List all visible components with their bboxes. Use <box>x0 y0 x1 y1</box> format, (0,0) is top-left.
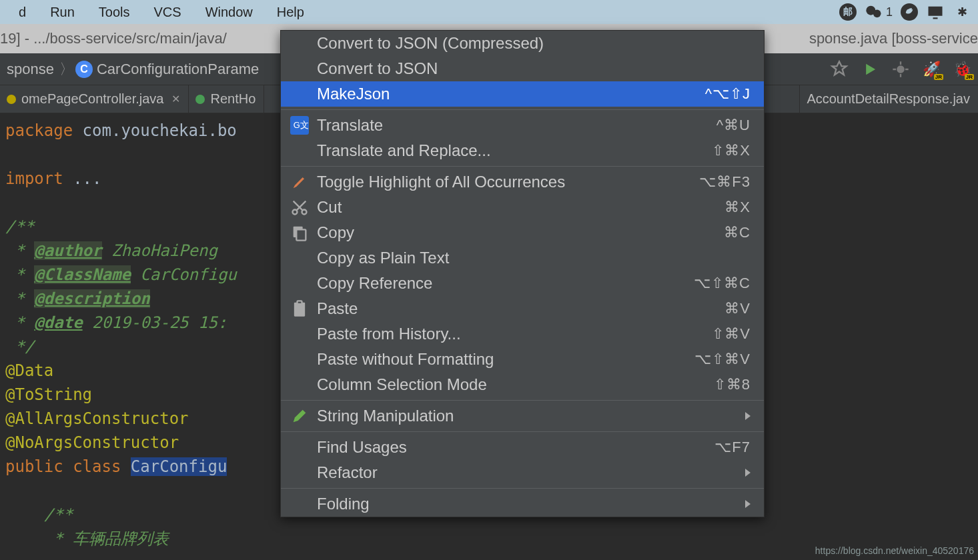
translate-icon: G文 <box>290 116 309 135</box>
context-menu-item[interactable]: G文Translate^⌘U <box>281 113 764 138</box>
menu-separator <box>281 400 764 401</box>
context-menu-item[interactable]: MakeJson^⌥⇧J <box>281 81 764 107</box>
editor-tab[interactable]: RentHo <box>189 85 264 113</box>
code-keyword: public <box>5 457 63 476</box>
menu-item-label: Copy <box>317 223 724 242</box>
system-menubar: d Run Tools VCS Window Help 邮 1 ✱ <box>0 0 978 24</box>
menu-item[interactable]: d <box>7 2 38 23</box>
mail-tray-icon[interactable]: 邮 <box>839 3 857 21</box>
javadoc: * <box>5 265 34 284</box>
javadoc: */ <box>5 337 34 356</box>
javadoc: * 车辆品牌列表 <box>44 529 169 548</box>
menu-separator <box>281 431 764 432</box>
build-icon[interactable] <box>830 60 849 79</box>
breadcrumb-class[interactable]: CarConfigurationParame <box>97 61 263 78</box>
file-modified-icon <box>7 95 16 104</box>
pencil-icon <box>290 407 309 425</box>
asterisk-tray-icon[interactable]: ✱ <box>953 3 971 21</box>
code-keyword: class <box>73 457 121 476</box>
menu-item-shortcut: ⌥⌘F3 <box>699 173 751 191</box>
window-title-right: sponse.java [boss-service <box>809 30 978 47</box>
interface-file-icon <box>195 95 205 104</box>
svg-rect-10 <box>298 301 302 304</box>
javadoc: * <box>5 289 34 308</box>
breadcrumb-segment[interactable]: sponse <box>7 61 58 78</box>
javadoc: /** <box>5 217 34 236</box>
javadoc: 2019-03-25 15: <box>83 313 227 332</box>
annotation: @ToString <box>5 385 92 404</box>
context-menu-item[interactable]: Copy as Plain Text <box>281 245 764 271</box>
cut-icon <box>290 198 309 217</box>
tab-label: AccountDetailResponse.jav <box>807 91 970 107</box>
highlighter-icon <box>290 173 309 191</box>
menu-help[interactable]: Help <box>265 2 316 23</box>
monitor-tray-icon[interactable] <box>926 3 945 21</box>
run-icon[interactable] <box>861 60 879 79</box>
close-icon[interactable]: ✕ <box>169 93 180 105</box>
menu-item-label: Copy as Plain Text <box>317 249 751 267</box>
tab-label: RentHo <box>210 91 256 107</box>
wechat-tray-icon[interactable] <box>865 3 883 21</box>
watermark: https://blog.csdn.net/weixin_40520176 <box>815 545 974 556</box>
menu-item-label: Translate <box>317 116 716 135</box>
menu-item-label: Find Usages <box>317 438 714 457</box>
javadoc-tag: @date <box>34 313 82 332</box>
menu-item-shortcut: ⇧⌘V <box>712 325 751 343</box>
context-menu-item[interactable]: Paste⌘V <box>281 296 764 321</box>
menu-item-label: MakeJson <box>317 85 705 103</box>
menu-run[interactable]: Run <box>38 2 87 23</box>
menu-item-label: String Manipulation <box>317 407 745 425</box>
context-menu-item[interactable]: Cut⌘X <box>281 195 764 220</box>
context-menu-item[interactable]: Convert to JSON <box>281 56 764 81</box>
editor-tab[interactable]: omePageController.java ✕ <box>0 85 189 113</box>
javadoc: * <box>5 313 34 332</box>
tray-badge: 1 <box>886 5 893 19</box>
context-menu-item[interactable]: Folding <box>281 491 764 517</box>
menu-item-shortcut: ⇧⌘8 <box>714 376 751 393</box>
class-icon: C <box>75 61 93 78</box>
context-menu-item[interactable]: Paste from History...⇧⌘V <box>281 321 764 347</box>
javadoc: /** <box>44 505 73 524</box>
annotation: @NoArgsConstructor <box>5 433 179 452</box>
menu-item-shortcut: ⌘V <box>724 300 751 317</box>
tab-label: omePageController.java <box>21 91 163 107</box>
annotation: @AllArgsConstructor <box>5 409 189 428</box>
javadoc-tag: @author <box>34 241 101 260</box>
menu-tools[interactable]: Tools <box>87 2 142 23</box>
menu-vcs[interactable]: VCS <box>142 2 193 23</box>
menu-item-shortcut: ^⌥⇧J <box>705 85 751 103</box>
context-menu-item[interactable]: Convert to JSON (Compressed) <box>281 31 764 56</box>
code-keyword: import <box>5 169 63 188</box>
code-text: ... <box>63 169 102 188</box>
context-menu-item[interactable]: Copy Reference⌥⇧⌘C <box>281 271 764 296</box>
context-menu-item[interactable]: Column Selection Mode⇧⌘8 <box>281 372 764 397</box>
copy-icon <box>290 223 309 242</box>
menu-window[interactable]: Window <box>193 2 265 23</box>
menu-item-label: Paste without Formatting <box>317 350 694 369</box>
editor-tab[interactable]: AccountDetailResponse.jav <box>799 85 978 113</box>
context-menu-item[interactable]: Paste without Formatting⌥⇧⌘V <box>281 347 764 372</box>
code-text: com.youchekai.bo <box>73 121 237 140</box>
menu-item-label: Copy Reference <box>317 274 694 293</box>
run-with-coverage-icon[interactable]: 🚀 <box>922 60 941 79</box>
debug-icon[interactable] <box>891 60 910 79</box>
context-menu: Convert to JSON (Compressed)Convert to J… <box>280 30 765 517</box>
menu-item-shortcut: ⌥⇧⌘C <box>694 275 751 292</box>
context-menu-item[interactable]: Find Usages⌥F7 <box>281 435 764 460</box>
svg-text:G文: G文 <box>294 120 309 130</box>
context-menu-item[interactable]: Toggle Highlight of All Occurrences⌥⌘F3 <box>281 169 764 195</box>
context-menu-item[interactable]: String Manipulation <box>281 403 764 429</box>
code-keyword: package <box>5 121 73 140</box>
javadoc-tag: @ClassName <box>34 265 131 284</box>
debug-with-coverage-icon[interactable]: 🐞 <box>953 60 971 79</box>
context-menu-item[interactable]: Translate and Replace...⇧⌘X <box>281 138 764 163</box>
annotation: @Data <box>5 361 53 380</box>
javadoc-tag: @description <box>34 289 149 308</box>
context-menu-item[interactable]: Refactor <box>281 460 764 485</box>
menu-separator <box>281 488 764 489</box>
javadoc: ZhaoHaiPeng <box>102 241 217 260</box>
menu-item-label: Convert to JSON <box>317 59 751 78</box>
bird-tray-icon[interactable] <box>901 3 918 21</box>
window-title-left: 19] - .../boss-service/src/main/java/ <box>0 30 227 47</box>
context-menu-item[interactable]: Copy⌘C <box>281 220 764 245</box>
